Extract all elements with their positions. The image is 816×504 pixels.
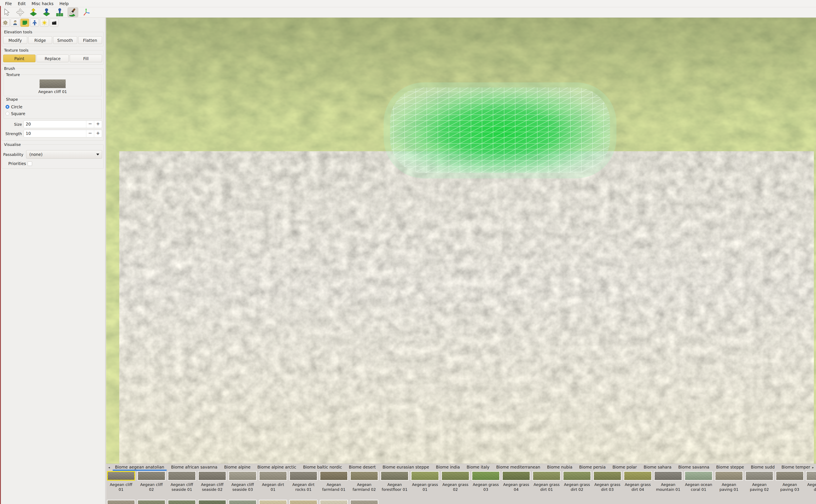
- passability-dropdown[interactable]: (none): [26, 150, 102, 159]
- texture-thumb-image[interactable]: [229, 500, 257, 504]
- flatten-elevation-button[interactable]: [54, 7, 65, 17]
- size-stepper[interactable]: 20 − +: [24, 120, 102, 128]
- replace-button[interactable]: Replace: [37, 55, 69, 62]
- texture-thumb[interactable]: Aegean grass 04: [502, 471, 530, 492]
- texture-thumb-image[interactable]: [259, 471, 287, 481]
- move-tool-button[interactable]: [15, 7, 25, 17]
- texture-thumb[interactable]: Aegean paving 03: [776, 471, 804, 492]
- tabs-scroll-right-icon[interactable]: ▸: [810, 466, 816, 469]
- map-settings-button[interactable]: [1, 19, 10, 27]
- texture-thumb-image[interactable]: [259, 500, 287, 504]
- tab-biome-nubia[interactable]: Biome nubia: [544, 464, 576, 471]
- texture-thumb-image[interactable]: [624, 471, 652, 481]
- tab-biome-sahara[interactable]: Biome sahara: [640, 464, 675, 471]
- texture-thumb[interactable]: Aegean grass 03: [472, 471, 500, 492]
- flatten-button[interactable]: Flatten: [78, 36, 102, 44]
- size-value[interactable]: 20: [24, 121, 86, 128]
- texture-thumb[interactable]: Aegean cliff seaside 01: [168, 471, 196, 492]
- texture-thumb-image[interactable]: [137, 471, 165, 481]
- texture-thumb[interactable]: Aegean cliff seaside 02: [198, 471, 227, 492]
- texture-thumb-image[interactable]: [745, 471, 774, 481]
- priorities-checkbox[interactable]: [28, 161, 32, 166]
- texture-thumb-image[interactable]: [532, 471, 561, 481]
- texture-thumb-image[interactable]: [350, 471, 378, 481]
- texture-thumb[interactable]: Aegean grass dirt 02: [563, 471, 591, 492]
- texture-thumb[interactable]: Aegean mountain 01: [654, 471, 682, 492]
- select-tool-button[interactable]: [2, 7, 12, 17]
- tab-biome-steppe[interactable]: Biome steppe: [713, 464, 747, 471]
- fill-button[interactable]: Fill: [70, 55, 102, 62]
- tab-biome-desert[interactable]: Biome desert: [345, 464, 379, 471]
- tab-biome-alpine-arctic[interactable]: Biome alpine arctic: [254, 464, 300, 471]
- texture-thumb[interactable]: Aegean paving 02: [745, 471, 774, 492]
- tab-biome-temperate[interactable]: Biome temperate: [778, 464, 811, 471]
- texture-thumb[interactable]: Aegean grass dirt 03: [593, 471, 622, 492]
- tab-biome-sudd[interactable]: Biome sudd: [747, 464, 778, 471]
- tab-biome-african-savanna[interactable]: Biome african savanna: [168, 464, 221, 471]
- strength-value[interactable]: 10: [24, 130, 86, 137]
- size-increment-button[interactable]: +: [94, 121, 102, 128]
- texture-thumb[interactable]: Aegean forestfloor 01: [380, 471, 409, 492]
- texture-thumb[interactable]: Aegean cliff 01: [107, 471, 135, 492]
- menu-edit[interactable]: Edit: [15, 1, 29, 7]
- texture-thumb-image[interactable]: [593, 471, 622, 481]
- texture-thumb-image[interactable]: [806, 471, 816, 481]
- texture-thumb[interactable]: Aegean grass 02: [441, 471, 469, 492]
- tab-biome-india[interactable]: Biome india: [433, 464, 463, 471]
- texture-thumb[interactable]: Aegean cliff 02: [137, 471, 165, 492]
- tab-biome-aegean-anatolian[interactable]: Biome aegean anatolian: [112, 464, 168, 471]
- texture-thumb-image[interactable]: [563, 471, 591, 481]
- texture-thumb-image[interactable]: [411, 471, 439, 481]
- texture-thumb[interactable]: Aegean grass dirt 04: [624, 471, 652, 492]
- texture-thumb-image[interactable]: [198, 500, 227, 504]
- strength-decrement-button[interactable]: −: [86, 130, 94, 137]
- circle-radio[interactable]: [6, 105, 9, 109]
- texture-thumb-image[interactable]: [168, 471, 196, 481]
- cinematics-button[interactable]: [50, 19, 58, 27]
- texture-thumb[interactable]: Aegean grass 01: [411, 471, 439, 492]
- smooth-button[interactable]: Smooth: [53, 36, 77, 44]
- object-section-button[interactable]: [30, 19, 39, 27]
- tab-biome-savanna[interactable]: Biome savanna: [675, 464, 713, 471]
- player-button[interactable]: [11, 19, 19, 27]
- tabs-scroll-left-icon[interactable]: ◂: [106, 466, 112, 469]
- brush-texture-preview[interactable]: [40, 79, 66, 88]
- texture-thumb[interactable]: Aegean grass dirt 01: [532, 471, 561, 492]
- texture-thumb[interactable]: Aegean farmland 01: [320, 471, 348, 492]
- tab-biome-mediterranean[interactable]: Biome mediterranean: [493, 464, 543, 471]
- texture-thumb-image[interactable]: [320, 471, 348, 481]
- environment-button[interactable]: [40, 19, 49, 27]
- texture-thumb-image[interactable]: [685, 471, 713, 481]
- smooth-elevation-button[interactable]: [41, 7, 52, 17]
- texture-thumb[interactable]: Aegean cliff seaside 03: [229, 471, 257, 492]
- menu-file[interactable]: File: [2, 1, 15, 7]
- texture-thumb-image[interactable]: [289, 471, 318, 481]
- texture-thumb-image[interactable]: [107, 471, 135, 481]
- texture-thumb[interactable]: Aegean rocks dirt 01: [806, 471, 816, 492]
- strength-stepper[interactable]: 10 − +: [24, 130, 102, 137]
- tab-biome-alpine[interactable]: Biome alpine: [221, 464, 254, 471]
- alter-elevation-button[interactable]: [28, 7, 39, 17]
- menu-help[interactable]: Help: [56, 1, 72, 7]
- paint-terrain-button[interactable]: [68, 7, 78, 17]
- texture-thumb-image[interactable]: [107, 500, 135, 504]
- texture-thumb[interactable]: Aegean paving 01: [715, 471, 743, 492]
- modify-button[interactable]: Modify: [3, 36, 27, 44]
- tab-biome-eurasian-steppe[interactable]: Biome eurasian steppe: [379, 464, 433, 471]
- texture-thumb[interactable]: Aegean ocean coral 01: [685, 471, 713, 492]
- texture-thumb-image[interactable]: [320, 500, 348, 504]
- viewport-3d[interactable]: [106, 17, 816, 464]
- tab-biome-baltic-nordic[interactable]: Biome baltic nordic: [300, 464, 345, 471]
- texture-thumb-image[interactable]: [229, 471, 257, 481]
- shape-circle-option[interactable]: Circle: [6, 104, 100, 109]
- texture-thumb-image[interactable]: [137, 500, 165, 504]
- texture-thumb-image[interactable]: [715, 471, 743, 481]
- texture-thumb-image[interactable]: [350, 500, 378, 504]
- texture-thumb-image[interactable]: [776, 471, 804, 481]
- texture-thumb-image[interactable]: [198, 471, 227, 481]
- tab-biome-italy[interactable]: Biome italy: [463, 464, 493, 471]
- texture-thumb-image[interactable]: [472, 471, 500, 481]
- texture-thumb[interactable]: Aegean dirt 01: [259, 471, 287, 492]
- paint-button[interactable]: Paint: [3, 55, 35, 62]
- texture-thumb-image[interactable]: [168, 500, 196, 504]
